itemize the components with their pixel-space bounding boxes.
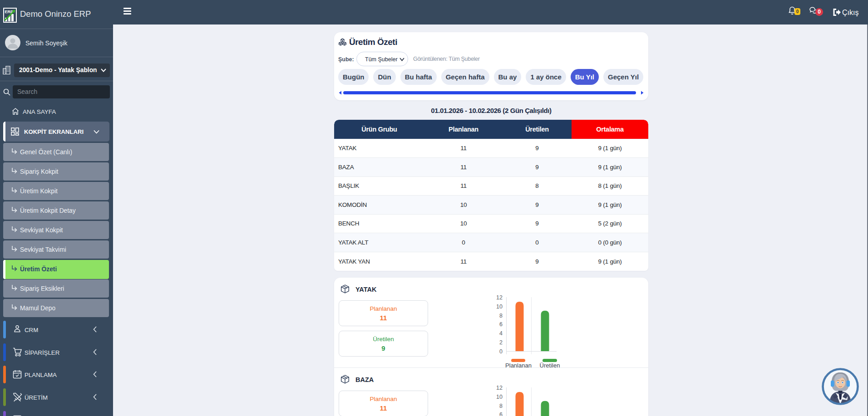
svg-text:4: 4 [499,330,503,337]
svg-text:10: 10 [496,394,503,400]
svg-text:6: 6 [499,411,503,416]
svg-text:8: 8 [499,403,503,409]
svg-text:12: 12 [496,294,503,301]
svg-text:10: 10 [496,303,503,310]
svg-text:6: 6 [499,321,503,328]
svg-text:8: 8 [499,313,503,319]
svg-text:12: 12 [496,385,503,391]
svg-text:2: 2 [499,339,503,346]
svg-text:0: 0 [499,348,503,355]
